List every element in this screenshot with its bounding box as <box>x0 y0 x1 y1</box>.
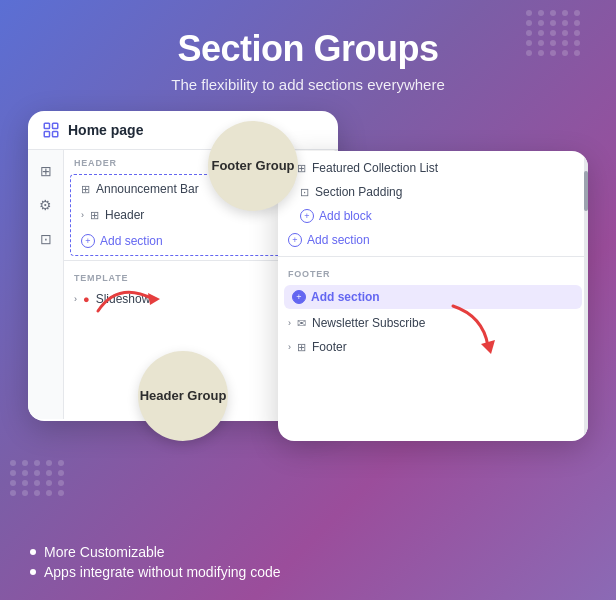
svg-rect-2 <box>44 132 49 137</box>
header-group-bubble: Header Group <box>138 351 228 441</box>
sidebar-icons: ⊞ ⚙ ⊡ <box>28 150 64 419</box>
left-card-title: Home page <box>68 122 143 138</box>
chevron-icon-4: › <box>288 318 291 328</box>
footer-label: FOOTER <box>278 261 588 283</box>
featured-list-item[interactable]: › ⊞ Featured Collection List <box>278 151 588 180</box>
scroll-thumb-right <box>584 171 588 211</box>
add-block-icon: + <box>300 209 314 223</box>
bullets-section: More Customizable Apps integrate without… <box>30 544 281 584</box>
svg-rect-3 <box>53 132 58 137</box>
add-block-row[interactable]: + Add block <box>278 204 588 228</box>
newsletter-icon: ✉ <box>297 317 306 330</box>
page-title: Section Groups <box>0 28 616 70</box>
bullet-item-2: Apps integrate without modifying code <box>30 564 281 580</box>
decorative-dots-top <box>526 10 606 90</box>
page-subtitle: The flexibility to add sections everywhe… <box>0 76 616 93</box>
padding-icon: ⊡ <box>300 186 309 199</box>
arrow-left <box>88 271 168 325</box>
scroll-indicator-right <box>584 151 588 441</box>
svg-marker-5 <box>481 340 495 354</box>
svg-rect-1 <box>53 123 58 128</box>
decorative-dots-bottom <box>10 460 70 520</box>
section-padding-item[interactable]: ⊡ Section Padding <box>278 180 588 204</box>
grid-icon-1: ⊞ <box>81 183 90 196</box>
add-icon-1: + <box>81 234 95 248</box>
sidebar-icon-2[interactable]: ⚙ <box>35 194 57 216</box>
arrow-right <box>433 296 513 360</box>
chevron-icon-1: › <box>81 210 84 220</box>
sidebar-icon-1[interactable]: ⊞ <box>35 160 57 182</box>
bullet-dot-2 <box>30 569 36 575</box>
bullet-item-1: More Customizable <box>30 544 281 560</box>
footer-icon: ⊞ <box>297 341 306 354</box>
add-icon-2: + <box>288 233 302 247</box>
add-icon-3: + <box>292 290 306 304</box>
sidebar-icon-3[interactable]: ⊡ <box>35 228 57 250</box>
home-icon <box>42 121 60 139</box>
chevron-icon-5: › <box>288 342 291 352</box>
add-section-row-1[interactable]: + Add section <box>278 228 588 252</box>
svg-marker-4 <box>148 293 160 305</box>
grid-icon-2: ⊞ <box>90 209 99 222</box>
svg-rect-0 <box>44 123 49 128</box>
cards-area: Home page ⊞ ⚙ ⊡ HEADER ⊞ Announcement Ba… <box>28 111 588 451</box>
footer-group-bubble: Footer Group <box>208 121 298 211</box>
divider-2 <box>278 256 588 257</box>
bullet-dot-1 <box>30 549 36 555</box>
featured-icon: ⊞ <box>297 162 306 175</box>
chevron-icon-2: › <box>74 294 77 304</box>
